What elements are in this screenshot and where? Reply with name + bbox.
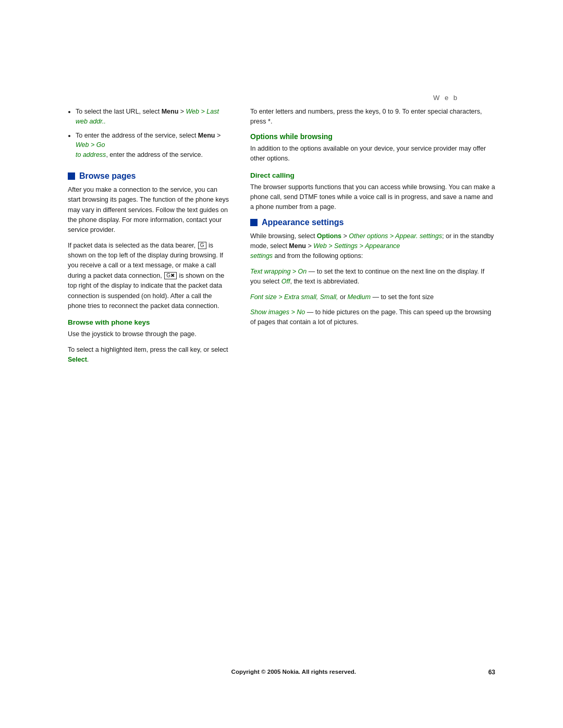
show-images-para: Show images > No — to hide pictures on t… (250, 307, 495, 328)
footer-spacer (68, 669, 99, 676)
appearance-settings-title: Appearance settings (262, 218, 344, 227)
browse-with-phone-keys-heading: Browse with phone keys (68, 318, 229, 326)
web-settings-link: Web > Settings > Appearancesettings (250, 242, 400, 260)
select-label: Select (68, 356, 87, 363)
content-area: To select the last URL, select Menu > We… (0, 107, 563, 370)
direct-calling-para: The browser supports functions that you … (250, 182, 495, 213)
font-size-medium-label: Medium (348, 293, 371, 301)
bullet-item-1: To select the last URL, select Menu > We… (76, 107, 229, 127)
browse-pages-title: Browse pages (79, 171, 136, 181)
packet-data-icon: G (198, 242, 206, 249)
footer-page-number: 63 (488, 669, 495, 676)
direct-calling-heading: Direct calling (250, 171, 495, 179)
font-size-label: Font size > Extra small, Small, (250, 293, 338, 301)
packet-data-suspended-icon: G✖ (164, 272, 177, 279)
browse-phone-keys-para1: Use the joystick to browse through the p… (68, 329, 229, 339)
bullet2-link: Web > Goto address (76, 141, 106, 158)
bullet1-menu: Menu (162, 108, 179, 115)
bullet1-text1: To select the last URL, select (76, 108, 162, 115)
text-wrapping-label: Text wrapping > On (250, 268, 307, 275)
bullet2-text1: To enter the address of the service, sel… (76, 132, 198, 139)
bullet2-text3: , enter the address of the service. (106, 151, 203, 158)
appearance-blue-square-icon (250, 219, 258, 226)
header: W e b (0, 0, 563, 107)
bullet2-text2: > (215, 132, 221, 139)
options-label: Options (317, 232, 341, 240)
bullet1-text2: > (178, 108, 186, 115)
blue-square-icon (68, 172, 75, 180)
browse-phone-keys-para2: To select a highlighted item, press the … (68, 345, 229, 365)
browse-pages-heading: Browse pages (68, 171, 229, 181)
text-wrapping-off-label: Off (282, 278, 290, 285)
font-size-para: Font size > Extra small, Small, or Mediu… (250, 292, 495, 302)
footer-copyright: Copyright © 2005 Nokia. All rights reser… (99, 669, 488, 676)
browse-pages-para1: After you make a connection to the servi… (68, 185, 229, 236)
options-while-browsing-para: In addition to the options available on … (250, 144, 495, 164)
menu-label: Menu (289, 242, 306, 250)
show-images-label: Show images > No (250, 309, 305, 316)
page: W e b To select the last URL, select Men… (0, 0, 563, 728)
intro-bullet-list: To select the last URL, select Menu > We… (68, 107, 229, 160)
page-header-title: W e b (433, 94, 459, 102)
right-column: To enter letters and numbers, press the … (250, 107, 495, 370)
right-top-para: To enter letters and numbers, press the … (250, 107, 495, 127)
left-column: To select the last URL, select Menu > We… (68, 107, 229, 370)
footer-inner: Copyright © 2005 Nokia. All rights reser… (68, 669, 495, 676)
appearance-settings-para1: While browsing, select Options > Other o… (250, 231, 495, 262)
browse-pages-para2: If packet data is selected as the data b… (68, 241, 229, 312)
bullet-item-2: To enter the address of the service, sel… (76, 131, 229, 160)
other-options-link: Other options > Appear. settings (349, 232, 442, 240)
text-wrapping-para: Text wrapping > On — to set the text to … (250, 267, 495, 287)
appearance-settings-heading: Appearance settings (250, 218, 495, 227)
bullet2-menu: Menu (198, 132, 215, 139)
options-while-browsing-heading: Options while browsing (250, 132, 495, 141)
footer: Copyright © 2005 Nokia. All rights reser… (0, 669, 563, 676)
